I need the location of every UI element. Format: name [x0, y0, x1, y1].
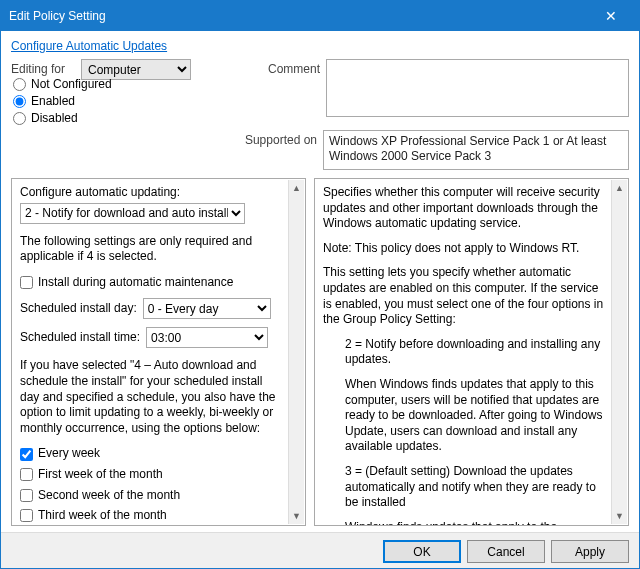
scheduled-time-select[interactable]: 03:00 [146, 327, 268, 348]
install-maintenance-checkbox[interactable]: Install during automatic maintenance [20, 275, 283, 291]
help-text: Windows finds updates that apply to the … [323, 520, 606, 526]
help-text: When Windows finds updates that apply to… [323, 377, 606, 455]
first-week-checkbox[interactable]: First week of the month [20, 467, 283, 483]
third-week-checkbox[interactable]: Third week of the month [20, 508, 283, 524]
cancel-button[interactable]: Cancel [467, 540, 545, 563]
supported-on-label: Supported on [11, 130, 323, 147]
options-note: The following settings are only required… [20, 234, 283, 265]
apply-button[interactable]: Apply [551, 540, 629, 563]
chevron-down-icon[interactable]: ▼ [289, 508, 304, 524]
radio-enabled[interactable]: Enabled [11, 94, 211, 108]
help-text: 2 = Notify before downloading and instal… [323, 337, 606, 368]
titlebar: Edit Policy Setting ✕ [1, 1, 639, 31]
comment-label: Comment [191, 59, 326, 76]
radio-disabled[interactable]: Disabled [11, 111, 211, 125]
scheduled-time-label: Scheduled install time: [20, 330, 140, 346]
every-week-checkbox[interactable]: Every week [20, 446, 283, 462]
chevron-up-icon[interactable]: ▲ [289, 180, 304, 196]
supported-on-text: Windows XP Professional Service Pack 1 o… [323, 130, 629, 170]
scheduled-day-select[interactable]: 0 - Every day [143, 298, 271, 319]
options-panel: Configure automatic updating: 2 - Notify… [11, 178, 306, 526]
help-text: Specifies whether this computer will rec… [323, 185, 606, 232]
chevron-down-icon[interactable]: ▼ [612, 508, 627, 524]
button-bar: OK Cancel Apply [1, 532, 639, 569]
close-icon[interactable]: ✕ [591, 8, 631, 24]
scheduled-day-label: Scheduled install day: [20, 301, 137, 317]
section-heading[interactable]: Configure Automatic Updates [11, 39, 629, 53]
recurrence-note: If you have selected "4 – Auto download … [20, 358, 283, 436]
configure-updating-label: Configure automatic updating: [20, 185, 283, 201]
help-scrollbar[interactable]: ▲ ▼ [611, 180, 627, 524]
help-text: This setting lets you specify whether au… [323, 265, 606, 327]
help-text: 3 = (Default setting) Download the updat… [323, 464, 606, 511]
editing-for-label: Editing for [11, 59, 81, 76]
window-title: Edit Policy Setting [9, 9, 591, 23]
comment-field[interactable] [326, 59, 629, 117]
ok-button[interactable]: OK [383, 540, 461, 563]
second-week-checkbox[interactable]: Second week of the month [20, 488, 283, 504]
configure-updating-select[interactable]: 2 - Notify for download and auto install [20, 203, 245, 224]
help-panel: Specifies whether this computer will rec… [314, 178, 629, 526]
help-text: Note: This policy does not apply to Wind… [323, 241, 606, 257]
radio-not-configured[interactable]: Not Configured [11, 77, 211, 91]
options-scrollbar[interactable]: ▲ ▼ [288, 180, 304, 524]
chevron-up-icon[interactable]: ▲ [612, 180, 627, 196]
